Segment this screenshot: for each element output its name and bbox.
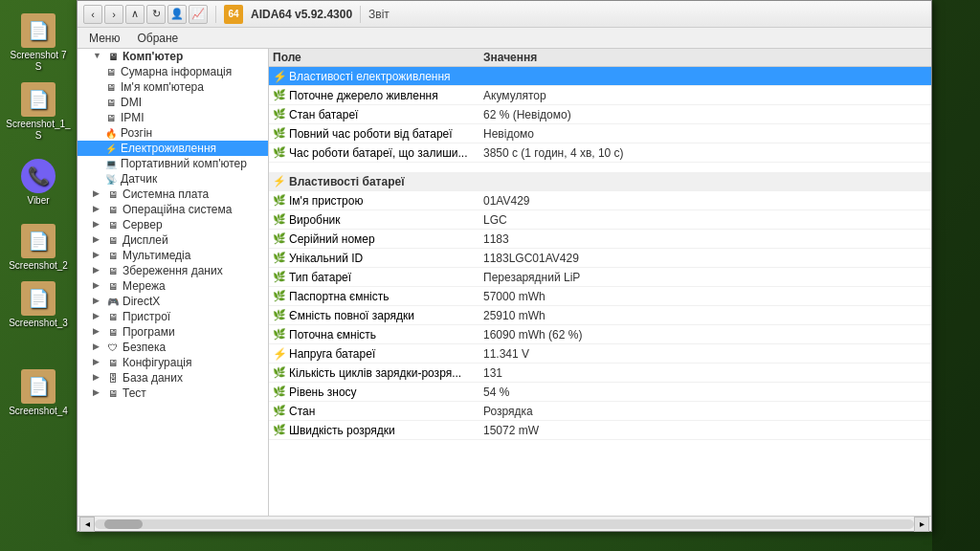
content-area: ▼ 🖥 Комп'ютер 🖥 Сумарна інформація 🖥 Ім'… — [78, 49, 931, 516]
tree-datchyk[interactable]: 📡 Датчик — [78, 171, 268, 187]
tree-bazadanykh[interactable]: ▶ 🗄 База даних — [78, 370, 268, 386]
desktop-icon-screenshot3[interactable]: 📄 Screenshot_3 — [4, 277, 73, 333]
row-voltage[interactable]: ⚡ Напруга батареї 11.341 V — [269, 344, 931, 364]
menu-item-obrane[interactable]: Обране — [129, 30, 186, 47]
field-wear: 🌿 Рівень зносу — [273, 386, 483, 399]
screenshot4-icon: 📄 — [21, 369, 56, 404]
row-remaining-time[interactable]: 🌿 Час роботи батареї, що залиши... 3850 … — [269, 143, 931, 163]
field-unique-id-text: Унікальний ID — [289, 252, 363, 265]
scroll-right-button[interactable]: ▸ — [914, 517, 929, 532]
desktop-icon-screenshot2[interactable]: 📄 Screenshot_2 — [4, 220, 73, 276]
expand-bazadanykh-icon: ▶ — [93, 372, 104, 384]
row-battery-state[interactable]: 🌿 Стан батареї 62 % (Невідомо) — [269, 105, 931, 124]
row-full-time[interactable]: 🌿 Повний час роботи від батареї Невідомо — [269, 124, 931, 143]
row-maker[interactable]: 🌿 Виробник LGC — [269, 210, 931, 230]
tree-opersys-label: Операційна система — [122, 203, 232, 216]
row-serial[interactable]: 🌿 Серійний номер 1183 — [269, 230, 931, 249]
field-header-battery-text: Властивості батареї — [289, 175, 405, 188]
tree-dysplei[interactable]: ▶ 🖥 Дисплей — [78, 232, 268, 248]
row-header-power[interactable]: ⚡ Властивості електроживлення — [269, 67, 931, 86]
desktop-icon-screenshot4[interactable]: 📄 Screenshot_4 — [4, 365, 73, 421]
desktop-icon-viber[interactable]: 📞 Viber — [4, 155, 73, 210]
field-maker: 🌿 Виробник — [273, 213, 483, 227]
tree-datchyk-label: Датчик — [121, 172, 157, 186]
row-status[interactable]: 🌿 Стан Розрядка — [269, 402, 931, 421]
field-discharge-speed: 🌿 Швидкість розрядки — [273, 424, 483, 437]
row-cycles[interactable]: 🌿 Кількість циклів зарядки-розря... 131 — [269, 364, 931, 383]
scrollbar-thumb[interactable] — [104, 519, 143, 529]
field-full-time-text: Повний час роботи від батареї — [289, 127, 453, 141]
row-blank1 — [269, 163, 931, 172]
tree-root-computer[interactable]: ▼ 🖥 Комп'ютер — [78, 49, 268, 64]
row-current-cap[interactable]: 🌿 Поточна ємність 16090 mWh (62 %) — [269, 325, 931, 344]
tree-prystroi[interactable]: ▶ 🖥 Пристрої — [78, 309, 268, 324]
tree-multimed[interactable]: ▶ 🖥 Мультимедіа — [78, 248, 268, 263]
tree-imya[interactable]: 🖥 Ім'я комп'ютера — [78, 79, 268, 95]
nav-user-button[interactable]: 👤 — [167, 5, 187, 24]
tree-zberejennya[interactable]: ▶ 🖥 Збереження даних — [78, 263, 268, 278]
nav-up-button[interactable]: ∧ — [125, 5, 145, 24]
tree-test[interactable]: ▶ 🖥 Тест — [78, 386, 268, 401]
row-passport-cap[interactable]: 🌿 Паспортна ємність 57000 mWh — [269, 287, 931, 306]
field-header-power-text: Властивості електроживлення — [289, 70, 451, 83]
row-current-source[interactable]: 🌿 Поточне джерело живлення Акумулятор — [269, 86, 931, 105]
programy-icon: 🖥 — [106, 325, 120, 339]
nav-chart-button[interactable]: 📈 — [189, 5, 208, 24]
screenshot3-label: Screenshot_3 — [9, 318, 68, 329]
row-header-battery[interactable]: ⚡ Властивості батареї — [269, 172, 931, 191]
power-section-icon: ⚡ — [273, 70, 286, 83]
opersys-icon: 🖥 — [106, 203, 120, 216]
tree-dmi[interactable]: 🖥 DMI — [78, 95, 268, 110]
row-wear[interactable]: 🌿 Рівень зносу 54 % — [269, 383, 931, 402]
aida64-window: ‹ › ∧ ↻ 👤 📈 64 AIDA64 v5.92.4300 Звіт Ме… — [77, 0, 932, 532]
tree-server[interactable]: ▶ 🖥 Сервер — [78, 217, 268, 232]
tree-merezha[interactable]: ▶ 🖥 Мережа — [78, 278, 268, 294]
tree-ipmi[interactable]: 🖥 IPMI — [78, 110, 268, 125]
desktop-icon-screenshot7[interactable]: 📄 Screenshot 7 S — [4, 10, 73, 77]
tree-portative[interactable]: 💻 Портативний комп'ютер — [78, 156, 268, 171]
row-unique-id[interactable]: 🌿 Унікальний ID 1183LGC01AV429 — [269, 249, 931, 268]
dysplei-icon: 🖥 — [106, 233, 120, 247]
scroll-left-button[interactable]: ◂ — [79, 517, 95, 532]
leaf-icon-current-source: 🌿 — [273, 89, 286, 102]
field-full-charge-cap-text: Ємність повної зарядки — [289, 309, 414, 322]
tree-elektro[interactable]: ⚡ Електроживлення — [78, 141, 268, 156]
value-serial: 1183 — [483, 232, 927, 246]
tree-bezpeka-label: Безпека — [122, 341, 166, 354]
tree-programy-label: Програми — [122, 325, 175, 339]
directx-icon: 🎮 — [106, 295, 120, 308]
value-unique-id: 1183LGC01AV429 — [483, 252, 927, 265]
value-cycles: 131 — [483, 366, 927, 380]
field-device-name: 🌿 Ім'я пристрою — [273, 194, 483, 208]
field-full-charge-cap: 🌿 Ємність повної зарядки — [273, 309, 483, 322]
tree-sumarna[interactable]: 🖥 Сумарна інформація — [78, 64, 268, 79]
value-discharge-speed: 15072 mW — [483, 424, 927, 437]
tree-rozgin[interactable]: 🔥 Розгін — [78, 125, 268, 141]
desktop-icon-screenshot1[interactable]: 📄 Screenshot_1_S — [4, 78, 73, 145]
separator2 — [360, 6, 361, 23]
scrollbar-track[interactable] — [95, 519, 914, 529]
tree-server-label: Сервер — [122, 218, 163, 231]
expand-prystroi-icon: ▶ — [93, 311, 104, 322]
tree-systplata[interactable]: ▶ 🖥 Системна плата — [78, 187, 268, 202]
row-full-charge-cap[interactable]: 🌿 Ємність повної зарядки 25910 mWh — [269, 306, 931, 325]
tree-konfigur[interactable]: ▶ 🖥 Конфігурація — [78, 355, 268, 370]
field-cycles-text: Кількість циклів зарядки-розря... — [289, 366, 461, 380]
battery-section-icon: ⚡ — [273, 175, 286, 188]
tree-bezpeka[interactable]: ▶ 🛡 Безпека — [78, 340, 268, 355]
nav-refresh-button[interactable]: ↻ — [146, 5, 166, 24]
value-device-name: 01AV429 — [483, 194, 927, 208]
tree-programy[interactable]: ▶ 🖥 Програми — [78, 324, 268, 340]
field-cycles: 🌿 Кількість циклів зарядки-розря... — [273, 366, 483, 380]
row-discharge-speed[interactable]: 🌿 Швидкість розрядки 15072 mW — [269, 421, 931, 440]
bottom-scrollbar[interactable]: ◂ ▸ — [78, 516, 931, 531]
tree-bazadanykh-label: База даних — [122, 371, 183, 385]
tree-opersys[interactable]: ▶ 🖥 Операційна система — [78, 202, 268, 217]
value-remaining-time: 3850 с (1 годин, 4 хв, 10 с) — [483, 146, 927, 160]
menu-item-menu[interactable]: Меню — [81, 30, 127, 47]
tree-directx[interactable]: ▶ 🎮 DirectX — [78, 294, 268, 309]
row-device-name[interactable]: 🌿 Ім'я пристрою 01AV429 — [269, 191, 931, 210]
nav-forward-button[interactable]: › — [104, 5, 123, 24]
nav-back-button[interactable]: ‹ — [83, 5, 102, 24]
row-battery-type[interactable]: 🌿 Тип батареї Перезарядний LiP — [269, 268, 931, 287]
